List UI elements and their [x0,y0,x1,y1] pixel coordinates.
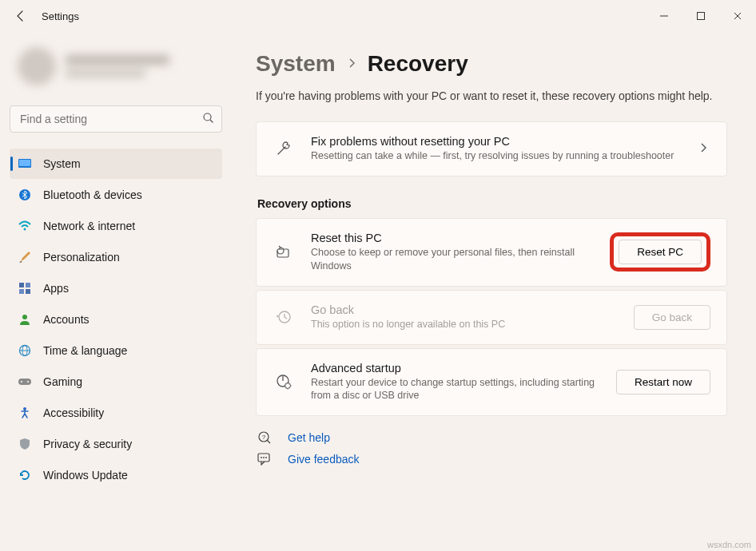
breadcrumb-parent[interactable]: System [256,51,336,77]
sidebar-item-label: Gaming [43,375,82,388]
svg-rect-5 [19,160,30,166]
get-help-row: ? Get help [256,430,727,445]
sidebar-item-accessibility[interactable]: Accessibility [10,398,222,428]
sidebar-item-system[interactable]: System [10,149,222,179]
get-help-link[interactable]: Get help [288,431,330,444]
svg-line-27 [267,440,270,443]
globe-clock-icon [18,343,32,358]
chevron-right-icon [347,57,356,71]
svg-rect-8 [19,283,24,287]
watermark: wsxdn.com [707,540,751,549]
sidebar-item-label: System [43,157,81,170]
svg-point-12 [22,315,27,319]
svg-rect-9 [26,283,30,287]
paintbrush-icon [18,250,32,264]
page-description: If you're having problems with your PC o… [256,89,727,102]
sidebar-item-personalization[interactable]: Personalization [10,242,222,272]
highlight-annotation: Reset PC [610,232,710,272]
feedback-icon [257,453,275,466]
fix-problems-card[interactable]: Fix problems without resetting your PC R… [256,121,727,176]
sidebar-item-label: Network & internet [43,220,135,232]
give-feedback-row: Give feedback [256,453,727,466]
history-icon [273,308,295,326]
sidebar-item-label: Personalization [43,251,120,264]
update-icon [18,468,32,482]
sidebar-item-label: Windows Update [43,469,128,482]
back-arrow-icon[interactable] [11,6,30,26]
page-title: Recovery [368,51,468,77]
minimize-button[interactable] [646,0,682,32]
go-back-button: Go back [634,305,710,330]
window-controls [646,0,756,32]
svg-point-29 [261,457,262,458]
titlebar: Settings [0,0,756,32]
svg-text:?: ? [262,434,266,441]
sidebar-item-windows-update[interactable]: Windows Update [10,460,222,490]
search-input[interactable] [10,105,222,133]
sidebar-item-label: Bluetooth & devices [43,188,142,201]
sidebar-item-label: Apps [43,282,69,295]
sidebar-item-gaming[interactable]: Gaming [10,367,222,397]
apps-icon [18,281,32,295]
card-subtitle: Choose to keep or remove your personal f… [311,246,594,273]
sidebar-item-privacy[interactable]: Privacy & security [10,429,222,459]
go-back-card: Go back This option is no longer availab… [256,290,727,345]
svg-point-2 [204,113,211,121]
card-subtitle: Resetting can take a while — first, try … [311,149,683,163]
svg-rect-16 [18,379,31,385]
bluetooth-icon [18,188,32,202]
svg-rect-11 [26,289,30,294]
search-field-wrap [10,105,222,133]
chevron-right-icon [699,142,710,156]
close-button[interactable] [719,0,756,32]
reset-pc-icon [273,244,295,260]
card-title: Go back [311,303,618,316]
wifi-icon [18,219,32,233]
section-header: Recovery options [257,197,727,210]
svg-point-18 [27,381,29,383]
svg-point-31 [265,457,267,458]
shield-icon [18,437,32,451]
card-subtitle: This option is no longer available on th… [311,318,618,331]
sidebar-item-label: Accessibility [43,406,104,419]
maximize-button[interactable] [682,0,719,32]
card-title: Reset this PC [311,232,594,244]
svg-rect-10 [19,289,24,294]
svg-point-7 [24,228,26,231]
user-profile[interactable] [10,32,222,101]
card-subtitle: Restart your device to change startup se… [311,376,600,403]
help-icon: ? [257,430,275,445]
breadcrumb: System Recovery [256,51,727,77]
svg-point-17 [21,381,22,383]
power-gear-icon [273,373,295,390]
search-icon [202,112,214,126]
sidebar: System Bluetooth & devices Network & int… [0,32,232,551]
wrench-icon [273,140,295,157]
gamepad-icon [18,375,32,389]
sidebar-item-network[interactable]: Network & internet [10,211,222,241]
restart-now-button[interactable]: Restart now [616,370,710,394]
give-feedback-link[interactable]: Give feedback [288,453,360,466]
svg-point-30 [263,457,265,458]
advanced-startup-card: Advanced startup Restart your device to … [256,348,727,417]
sidebar-item-bluetooth[interactable]: Bluetooth & devices [10,180,222,210]
main-content: System Recovery If you're having problem… [232,32,756,551]
accessibility-icon [18,406,32,420]
card-title: Fix problems without resetting your PC [311,135,683,148]
sidebar-item-label: Privacy & security [43,438,132,450]
sidebar-item-label: Accounts [43,313,90,326]
sidebar-item-accounts[interactable]: Accounts [10,304,222,335]
sidebar-item-time-language[interactable]: Time & language [10,335,222,366]
window-title: Settings [42,10,79,22]
reset-pc-card: Reset this PC Choose to keep or remove y… [256,218,727,287]
system-icon [18,157,32,171]
svg-point-24 [285,383,291,389]
svg-line-3 [210,120,213,123]
card-title: Advanced startup [311,362,600,375]
sidebar-item-label: Time & language [43,344,127,357]
person-icon [18,312,32,327]
reset-pc-button[interactable]: Reset PC [619,240,702,264]
sidebar-item-apps[interactable]: Apps [10,273,222,303]
svg-rect-1 [698,13,705,20]
